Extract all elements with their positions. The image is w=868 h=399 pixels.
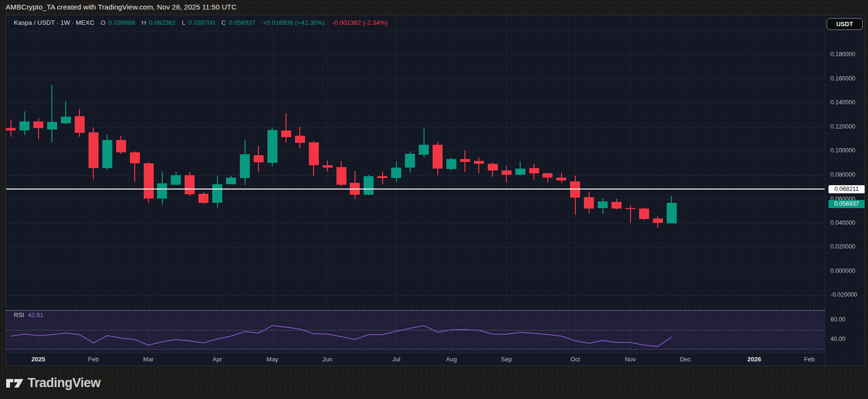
tradingview-logo-text: TradingView xyxy=(28,376,100,390)
high-label: H xyxy=(141,19,146,26)
secondary-change-value: -0.001362 (-2.34%) xyxy=(332,19,387,26)
low-label: L xyxy=(182,19,186,26)
horizontal-price-line[interactable] xyxy=(6,189,825,190)
time-axis-separator xyxy=(6,353,825,353)
price-axis-tick: 0.020000 xyxy=(830,243,855,250)
price-axis-tick: 0.120000 xyxy=(830,123,855,130)
rsi-value: 42.61 xyxy=(28,311,44,319)
price-axis-tick: -0.020000 xyxy=(830,291,857,299)
symbol-title: Kaspa / USDT · 1W · MEXC xyxy=(14,19,94,26)
rsi-line xyxy=(6,15,825,366)
tradingview-logo-icon xyxy=(6,377,23,389)
close-label: C xyxy=(221,19,226,26)
price-axis-tick: 0.100000 xyxy=(830,147,855,154)
price-axis-tick: 0.080000 xyxy=(830,171,855,179)
tradingview-snapshot: { "header": { "title": "AMBCrypto_TA cre… xyxy=(0,0,868,399)
chart-container[interactable]: 2025FebMarAprMayJunJulAugSepOctNovDec202… xyxy=(6,15,865,366)
last-price-label: 0.056937 xyxy=(829,200,865,208)
price-axis-tick: 0.160000 xyxy=(830,75,855,82)
rsi-label: RSI xyxy=(14,311,24,319)
low-value: 0.039700 xyxy=(188,19,215,26)
header-title: AMBCrypto_TA created with TradingView.co… xyxy=(6,3,237,12)
change-value: +0.016938 (+42.35%) xyxy=(263,19,325,26)
rsi-axis-tick: 60.00 xyxy=(830,316,845,323)
high-value: 0.062362 xyxy=(149,19,176,26)
rsi-axis-tick: 40.00 xyxy=(830,336,845,343)
rsi-pane-top-separator xyxy=(6,310,825,310)
price-line-label: 0.068211 xyxy=(829,185,865,193)
currency-toggle-button[interactable]: USDT xyxy=(827,18,863,30)
symbol-legend[interactable]: Kaspa / USDT · 1W · MEXC O0.039988 H0.06… xyxy=(14,18,387,27)
price-axis-tick: 0.140000 xyxy=(830,99,855,106)
open-value: 0.039988 xyxy=(108,19,135,26)
open-label: O xyxy=(100,19,106,26)
close-value: 0.056937 xyxy=(229,19,256,26)
chart-panes: 2025FebMarAprMayJunJulAugSepOctNovDec202… xyxy=(6,15,864,366)
rsi-legend[interactable]: RSI 42.61 xyxy=(14,311,43,319)
price-axis-tick: 0.000000 xyxy=(830,268,855,275)
tradingview-logo[interactable]: TradingView xyxy=(6,376,100,390)
price-axis-tick: 0.180000 xyxy=(830,51,855,58)
price-axis-tick: 0.040000 xyxy=(830,219,855,227)
price-axis-separator xyxy=(825,15,825,366)
